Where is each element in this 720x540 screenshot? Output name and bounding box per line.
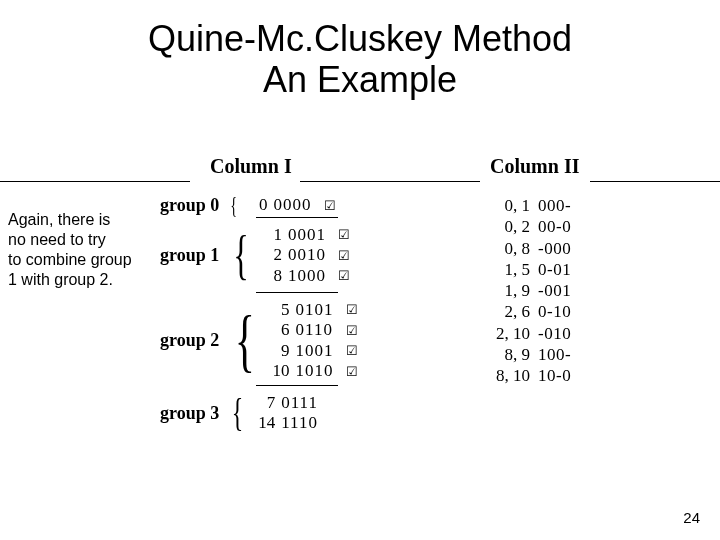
divider [256,217,338,218]
column-2-table: 0, 1000- 0, 200-0 0, 8-000 1, 50-01 1, 9… [478,195,571,386]
column-2-heading: Column II [490,155,579,178]
minterm: 0 [242,195,274,215]
check-icon: ☑ [346,302,364,318]
pattern: -001 [538,280,571,301]
side-note: Again, there is no need to try to combin… [8,210,158,290]
check-icon: ☑ [346,343,364,359]
brace-icon: { [230,197,237,214]
group-label: group 1 [160,245,230,266]
minterm: 9 [264,341,296,361]
table-row: 101010☑ [264,361,364,381]
check-icon: ☑ [338,248,356,264]
pattern: 0-01 [538,259,571,280]
table-row: 1, 9-001 [478,280,571,301]
check-icon: ☑ [338,268,356,284]
table-row: 1, 50-01 [478,259,571,280]
table-row: 20010☑ [256,245,356,265]
minterm: 6 [264,320,296,340]
divider [256,292,338,293]
minterm: 5 [264,300,296,320]
bits: 0111 [281,393,331,413]
table-row: 0, 8-000 [478,238,571,259]
table-row: 0, 1000- [478,195,571,216]
bits: 0101 [296,300,346,320]
page-number: 24 [683,509,700,526]
bits: 1000 [288,266,338,286]
side-note-line: to combine group [8,251,132,268]
check-icon: ☑ [346,323,364,339]
table-row: 50101☑ [264,300,364,320]
pair: 1, 5 [478,259,538,280]
table-row: 8, 9100- [478,344,571,365]
bits: 0110 [296,320,346,340]
minterm: 1 [256,225,288,245]
title-line-1: Quine-Mc.Cluskey Method [148,18,572,59]
pattern: 10-0 [538,365,571,386]
group-1: group 1 { 10001☑ 20010☑ 81000☑ [160,225,356,286]
pair: 2, 10 [478,323,538,344]
side-note-line: no need to try [8,231,106,248]
bits: 1010 [296,361,346,381]
group-label: group 3 [160,403,230,424]
bits: 0000 [274,195,324,215]
table-row: 141110 [249,413,349,433]
minterm: 7 [249,393,281,413]
bits: 0001 [288,225,338,245]
table-row: 60110☑ [264,320,364,340]
group-rows: 0 0000 ☑ [242,195,342,215]
pair: 1, 9 [478,280,538,301]
table-row: 8, 1010-0 [478,365,571,386]
column-1-heading: Column I [210,155,292,178]
pattern: -010 [538,323,571,344]
divider [590,181,720,182]
pattern: -000 [538,238,571,259]
table-row: 0 0000 ☑ [242,195,342,215]
bits: 0010 [288,245,338,265]
minterm: 8 [256,266,288,286]
brace-icon: { [232,399,244,427]
pair: 0, 8 [478,238,538,259]
slide-title: Quine-Mc.Cluskey Method An Example [0,0,720,101]
brace-icon: { [235,316,255,365]
title-line-2: An Example [263,59,457,100]
pair: 2, 6 [478,301,538,322]
brace-icon: { [233,237,249,275]
check-icon: ☑ [338,227,356,243]
divider [300,181,480,182]
check-icon: ☑ [324,198,342,214]
group-label: group 0 [160,195,230,216]
minterm: 14 [249,413,281,433]
side-note-line: 1 with group 2. [8,271,113,288]
minterm: 2 [256,245,288,265]
check-icon: ☑ [346,364,364,380]
pair: 8, 9 [478,344,538,365]
side-note-line: Again, there is [8,211,110,228]
group-rows: 50101☑ 60110☑ 91001☑ 101010☑ [264,300,364,382]
group-0: group 0 { 0 0000 ☑ [160,195,342,216]
table-row: 0, 200-0 [478,216,571,237]
table-row: 10001☑ [256,225,356,245]
table-row: 70111 [249,393,349,413]
group-3: group 3 { 70111 141110 [160,393,349,434]
pattern: 00-0 [538,216,571,237]
pair: 0, 2 [478,216,538,237]
pattern: 0-10 [538,301,571,322]
divider [256,385,338,386]
divider [0,181,190,182]
slide: Quine-Mc.Cluskey Method An Example Colum… [0,0,720,540]
group-label: group 2 [160,330,230,351]
minterm: 10 [264,361,296,381]
group-rows: 70111 141110 [249,393,349,434]
table-row: 81000☑ [256,266,356,286]
pattern: 000- [538,195,571,216]
bits: 1110 [281,413,331,433]
pattern: 100- [538,344,571,365]
table-row: 2, 10-010 [478,323,571,344]
bits: 1001 [296,341,346,361]
table-row: 91001☑ [264,341,364,361]
pair: 8, 10 [478,365,538,386]
group-rows: 10001☑ 20010☑ 81000☑ [256,225,356,286]
pair: 0, 1 [478,195,538,216]
table-row: 2, 60-10 [478,301,571,322]
group-2: group 2 { 50101☑ 60110☑ 91001☑ 101010☑ [160,300,364,382]
